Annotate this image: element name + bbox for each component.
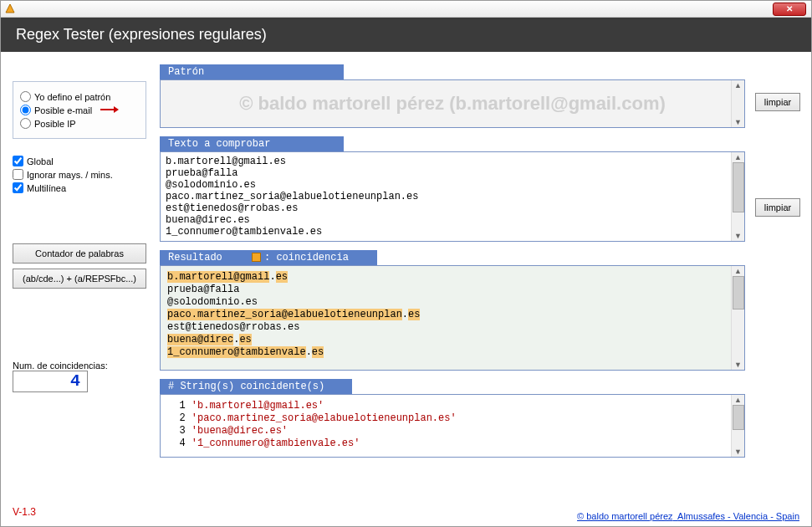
match-row: 4 '1_connumero@tambienvale.es' xyxy=(167,437,728,450)
section-resultado: Resultado : coincidencia b.martorell@gma… xyxy=(160,250,745,371)
result-line: b.martorell@gmail.es xyxy=(167,271,728,284)
section-patron: Patrón © baldo martorell pérez (b.martor… xyxy=(160,64,745,128)
check-label: Ignorar mays. / mins. xyxy=(27,170,113,180)
texto-input[interactable] xyxy=(161,152,744,241)
radio-label: Posible IP xyxy=(34,119,76,129)
scrollbar[interactable] xyxy=(731,80,744,127)
radio-possible-email[interactable]: Posible e-mail xyxy=(20,105,139,115)
radio-possible-ip-input[interactable] xyxy=(20,118,31,129)
check-label: Multilínea xyxy=(27,183,66,193)
page-title: Regex Tester (expresiones regulares) xyxy=(1,18,811,52)
scrollbar[interactable] xyxy=(731,152,744,241)
capture-groups-button[interactable]: (ab/cde...) + (a/REPSFbc...) xyxy=(13,269,146,289)
clear-patron-button[interactable]: limpiar xyxy=(755,93,800,111)
svg-marker-2 xyxy=(114,106,119,113)
pattern-mode-group: Yo defino el patrón Posible e-mail Posib… xyxy=(13,81,146,139)
resultado-header: Resultado : coincidencia xyxy=(160,250,377,265)
match-row: 1 'b.martorell@gmail.es' xyxy=(167,400,728,412)
texto-box xyxy=(160,151,745,242)
coincidences-count: 4 xyxy=(13,371,88,392)
result-line: buena@direc.es xyxy=(167,334,728,346)
check-ignore-input[interactable] xyxy=(13,169,23,180)
credits-location: Almussafes - Valencia - Spain xyxy=(677,511,799,521)
coincidences-label: Num. de coincidencias: xyxy=(13,361,146,371)
resultado-header-text: Resultado xyxy=(168,252,222,264)
check-ignore-case[interactable]: Ignorar mays. / mins. xyxy=(13,169,146,180)
check-global-input[interactable] xyxy=(13,156,23,166)
radio-label: Yo defino el patrón xyxy=(34,92,110,102)
check-global[interactable]: Global xyxy=(13,156,146,166)
patron-header: Patrón xyxy=(160,64,344,79)
scrollbar[interactable] xyxy=(731,395,744,457)
result-line: prueba@falla xyxy=(167,284,728,296)
texto-header: Texto a comprobar xyxy=(160,136,344,151)
match-row: 3 'buena@direc.es' xyxy=(167,425,728,437)
result-line: @solodominio.es xyxy=(167,296,728,309)
svg-marker-0 xyxy=(6,4,14,13)
match-color-chip xyxy=(252,253,261,262)
credits-link[interactable]: © baldo martorell pérez Almussafes - Val… xyxy=(577,511,799,521)
radio-define-pattern[interactable]: Yo defino el patrón xyxy=(20,91,139,102)
radio-possible-email-input[interactable] xyxy=(20,105,31,115)
clear-texto-button[interactable]: limpiar xyxy=(755,198,800,217)
radio-define-pattern-input[interactable] xyxy=(20,91,31,102)
check-multiline[interactable]: Multilínea xyxy=(13,182,146,193)
scrollbar[interactable] xyxy=(731,266,744,370)
matches-box: 1 'b.martorell@gmail.es' 2 'paco.martine… xyxy=(160,394,745,458)
section-texto: Texto a comprobar xyxy=(160,136,745,242)
titlebar: ✕ xyxy=(1,1,811,18)
resultado-chip-label: : coincidencia xyxy=(264,252,349,264)
arrow-icon xyxy=(99,105,119,115)
version-label: V-1.3 xyxy=(13,506,36,518)
patron-box: © baldo martorell pérez (b.martorell@gma… xyxy=(160,79,745,128)
window-close-button[interactable]: ✕ xyxy=(773,3,806,16)
matches-header: # String(s) coincidente(s) xyxy=(160,379,352,394)
section-matches: # String(s) coincidente(s) 1 'b.martorel… xyxy=(160,379,745,458)
match-row: 2 'paco.martinez_soria@elabuelotieneunpl… xyxy=(167,412,728,425)
patron-input[interactable] xyxy=(161,80,744,127)
check-label: Global xyxy=(27,156,54,166)
result-line: est@tienedos@rrobas.es xyxy=(167,321,728,334)
result-line: paco.martinez_soria@elabuelotieneunplan.… xyxy=(167,309,728,321)
credits-author: © baldo martorell pérez xyxy=(577,511,673,521)
app-icon xyxy=(4,3,16,14)
radio-possible-ip[interactable]: Posible IP xyxy=(20,118,139,129)
radio-label: Posible e-mail xyxy=(34,105,92,115)
check-multiline-input[interactable] xyxy=(13,182,23,193)
word-counter-button[interactable]: Contador de palabras xyxy=(13,243,146,264)
result-line: 1_connumero@tambienvale.es xyxy=(167,346,728,359)
resultado-box: b.martorell@gmail.esprueba@falla@solodom… xyxy=(160,265,745,371)
